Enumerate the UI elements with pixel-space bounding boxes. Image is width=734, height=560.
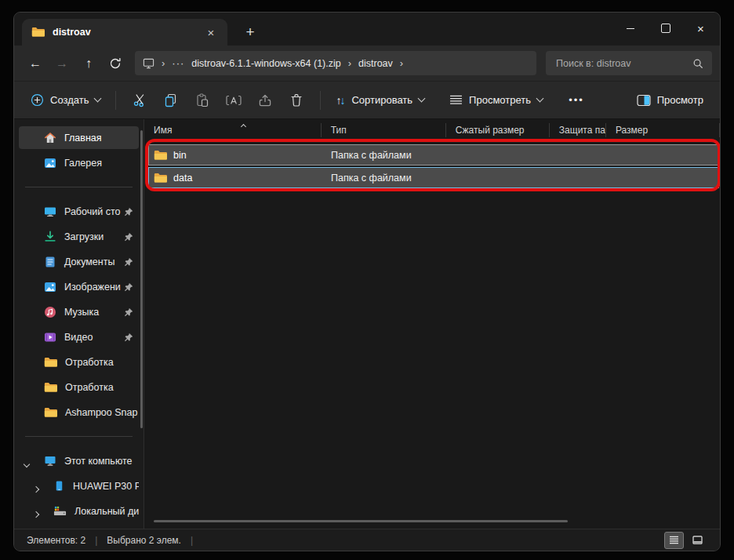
pin-icon (124, 333, 133, 342)
tab-distroav[interactable]: distroav × (22, 19, 227, 45)
this-pc-small-icon[interactable] (143, 57, 154, 69)
sidebar-item-desktop[interactable]: Рабочий сто (19, 200, 139, 223)
sidebar-item-label: Галерея (64, 158, 102, 169)
new-button[interactable]: Создать (24, 86, 107, 115)
sidebar-item-documents[interactable]: Документы (19, 250, 139, 273)
sidebar-item-pictures[interactable]: Изображени (19, 275, 139, 298)
forward-button[interactable]: → (49, 51, 75, 76)
view-button-label: Просмотреть (469, 94, 531, 106)
preview-button-label: Просмотр (657, 94, 703, 106)
tab-title: distroav (53, 27, 91, 38)
file-type: Папка с файлами (331, 150, 412, 161)
breadcrumb-chevron-icon[interactable]: › (162, 57, 165, 69)
folder-icon (31, 27, 45, 38)
column-header-compressed-size[interactable]: Сжатый размер (446, 123, 550, 137)
copy-icon (164, 93, 178, 107)
maximize-button[interactable] (648, 13, 683, 44)
home-icon (44, 132, 56, 144)
breadcrumb-segment-zip[interactable]: distroav-6.1.1-windows-x64 (1).zip (191, 58, 340, 69)
sidebar-item-this-pc[interactable]: Этот компьюте (19, 449, 139, 472)
search-box[interactable] (546, 51, 712, 75)
breadcrumb-overflow-button[interactable]: ··· (172, 57, 184, 69)
sidebar-item-folder-ashampoo[interactable]: Ashampoo Snap (19, 401, 139, 424)
file-list-area: Имя Тип Сжатый размер Защита па... Разме… (144, 119, 720, 529)
gallery-icon (44, 157, 56, 169)
back-button[interactable]: ← (22, 51, 49, 76)
copy-button[interactable] (155, 86, 187, 115)
sidebar-item-gallery[interactable]: Галерея (19, 151, 139, 174)
navigation-pane: Главная Галерея Рабочий сто Загрузки Док… (14, 119, 144, 529)
navigation-bar: ← → ↑ › ··· distroav-6.1.1-windows-x64 (… (14, 45, 720, 81)
tab-close-icon[interactable]: × (204, 25, 218, 39)
breadcrumb-segment-distroav[interactable]: distroav (358, 58, 393, 69)
close-button[interactable]: × (683, 13, 718, 44)
chevron-right-icon[interactable] (34, 508, 38, 519)
file-name: bin (173, 150, 187, 161)
toolbar-separator (115, 91, 116, 110)
file-type: Папка с файлами (331, 173, 412, 184)
sidebar-item-label: HUAWEI P30 P (73, 481, 139, 492)
sidebar-item-music[interactable]: Музыка (19, 300, 139, 323)
delete-button[interactable] (281, 86, 312, 115)
plus-circle-icon (31, 93, 44, 107)
sidebar-item-downloads[interactable]: Загрузки (19, 225, 139, 248)
address-bar[interactable]: › ··· distroav-6.1.1-windows-x64 (1).zip… (135, 51, 536, 75)
rename-button[interactable] (218, 86, 249, 115)
breadcrumb-chevron-icon[interactable]: › (400, 57, 403, 69)
items-count: Элементов: 2 (27, 535, 85, 546)
sidebar-item-folder-otrabotka-1[interactable]: Отработка (19, 351, 139, 373)
refresh-button[interactable] (102, 51, 129, 76)
column-header-size[interactable]: Размер (606, 123, 720, 137)
preview-button[interactable]: Просмотр (630, 86, 710, 115)
desktop-icon (44, 205, 56, 218)
column-header-password[interactable]: Защита па... (550, 123, 606, 137)
downloads-icon (44, 231, 56, 243)
up-button[interactable]: ↑ (75, 51, 102, 76)
horizontal-scrollbar[interactable] (154, 520, 568, 522)
close-icon: × (697, 22, 704, 35)
sidebar-item-home[interactable]: Главная (19, 126, 139, 149)
music-icon (44, 306, 56, 318)
view-button[interactable]: Просмотреть (442, 86, 550, 115)
sidebar-item-label: Ashampoo Snap (65, 407, 137, 418)
rename-icon (226, 94, 242, 107)
chevron-down-icon[interactable] (24, 458, 29, 469)
large-icons-view-button[interactable] (688, 532, 707, 549)
details-view-button[interactable] (664, 532, 684, 549)
sort-button[interactable]: ↑↓ Сортировать (329, 86, 431, 115)
file-name-cell: bin (149, 150, 331, 161)
more-options-button[interactable]: ••• (561, 86, 592, 115)
command-bar: Создать ↑↓ Сортировать Просмо (14, 81, 720, 118)
new-tab-button[interactable]: + (240, 22, 260, 42)
file-row-data[interactable]: data Папка с файлами (148, 167, 719, 188)
trash-icon (289, 93, 303, 107)
videos-icon (44, 331, 56, 344)
file-rows: bin Папка с файлами data Папка с файлами (144, 144, 720, 188)
cut-button[interactable] (124, 86, 155, 115)
sidebar-item-folder-otrabotka-2[interactable]: Отработка (19, 376, 139, 398)
sidebar-item-local-disk[interactable]: Локальный ди (19, 500, 139, 522)
sort-ascending-icon (242, 120, 245, 131)
paste-button[interactable] (187, 86, 218, 115)
column-header-type[interactable]: Тип (322, 123, 446, 137)
search-input[interactable] (554, 57, 667, 70)
column-header-name[interactable]: Имя (144, 123, 322, 137)
share-button[interactable] (249, 86, 281, 115)
sidebar-item-label: Рабочий сто (64, 206, 120, 217)
sidebar-item-huawei-p30[interactable]: HUAWEI P30 P (19, 475, 139, 497)
file-row-bin[interactable]: bin Папка с файлами (148, 144, 719, 165)
sort-button-label: Сортировать (351, 94, 412, 106)
chevron-right-icon[interactable] (34, 483, 38, 494)
status-divider: | (191, 535, 193, 546)
window-body: Главная Галерея Рабочий сто Загрузки Док… (14, 118, 720, 529)
explorer-window: distroav × + × ← → ↑ › ··· distroav-6.1.… (13, 12, 721, 551)
minimize-button[interactable] (612, 13, 648, 44)
sidebar-item-label: Отработка (65, 382, 114, 393)
sidebar-scrollbar[interactable] (140, 130, 143, 428)
breadcrumb-chevron-icon[interactable]: › (348, 57, 351, 69)
large-icons-view-icon (692, 536, 703, 544)
sidebar-item-label: Документы (64, 256, 114, 267)
sidebar-item-videos[interactable]: Видео (19, 325, 139, 348)
view-lines-icon (449, 95, 463, 105)
sidebar-item-label: Этот компьюте (64, 456, 133, 467)
